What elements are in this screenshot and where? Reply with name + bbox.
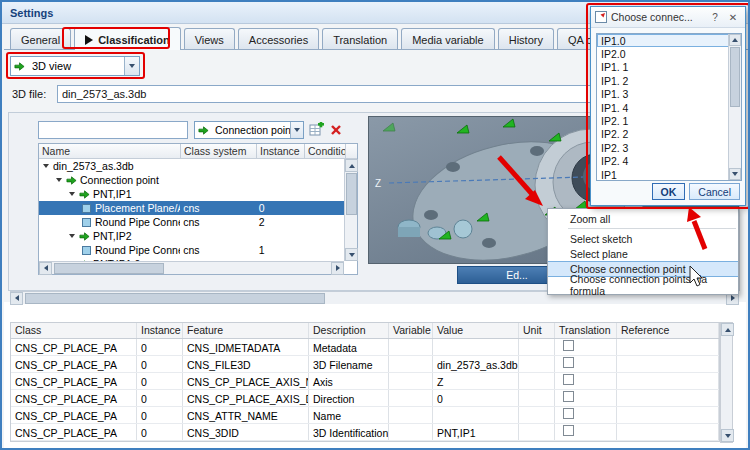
help-button[interactable]: ? xyxy=(707,10,723,25)
table-column-header[interactable]: Instance xyxy=(137,323,183,338)
attribute-table: ClassInstanceFeatureDescriptionVariableV… xyxy=(10,322,720,442)
tree-row[interactable]: Placement Plane/Axiscns0 xyxy=(39,201,344,215)
table-row[interactable]: CNS_CP_PLACE_PA0CNS_ATTR_NAMEName xyxy=(11,407,719,424)
filter-input[interactable] xyxy=(38,121,188,139)
scroll-up-button[interactable] xyxy=(721,323,734,336)
type-dropdown-button[interactable] xyxy=(290,122,303,138)
translation-checkbox[interactable] xyxy=(563,374,574,385)
cancel-button[interactable]: Cancel xyxy=(689,183,740,200)
scroll-left-button[interactable] xyxy=(10,292,23,305)
scroll-thumb[interactable] xyxy=(25,293,325,304)
menu-item-zoom-all[interactable]: Zoom all xyxy=(548,211,738,226)
tab-accessories[interactable]: Accessories xyxy=(238,28,319,49)
table-cell-value xyxy=(433,339,519,355)
caret-down-icon[interactable] xyxy=(69,234,75,238)
table-column-header[interactable]: Variable xyxy=(389,323,433,338)
table-row[interactable]: CNS_CP_PLACE_PA0CNS_3DID3D Identificatio… xyxy=(11,424,719,441)
table-column-header[interactable]: Translation xyxy=(555,323,617,338)
tree-row[interactable]: Round Pipe Connectorcns2 xyxy=(39,215,344,229)
tree-row-label: PNT,IP1 xyxy=(93,188,132,200)
tab-media-variable[interactable]: Media variable xyxy=(401,28,495,49)
menu-item-choose-connection-points-via-formula[interactable]: Choose connection points via formula xyxy=(548,277,738,292)
table-column-header[interactable]: Unit xyxy=(519,323,555,338)
tree-row[interactable]: PNT,IP1 xyxy=(39,187,344,201)
ok-button[interactable]: OK xyxy=(652,183,686,200)
scroll-down-button[interactable] xyxy=(729,168,741,180)
cancel-button-label: Cancel xyxy=(698,186,731,198)
table-column-header[interactable]: Reference xyxy=(617,323,719,338)
table-column-header[interactable]: Value xyxy=(433,323,519,338)
table-column-header[interactable]: Description xyxy=(309,323,389,338)
add-connection-point-button[interactable] xyxy=(308,121,326,139)
dialog-title: Choose connec... xyxy=(611,11,705,23)
arrow-left-icon xyxy=(15,295,19,301)
list-item[interactable]: IP2. 2 xyxy=(597,128,741,141)
caret-down-icon[interactable] xyxy=(69,192,75,196)
table-vertical-scrollbar[interactable] xyxy=(720,322,733,443)
tree-column-header[interactable]: Class system xyxy=(181,144,257,158)
tree-vertical-scrollbar[interactable] xyxy=(344,159,357,261)
caret-down-icon[interactable] xyxy=(56,178,62,182)
tree-column-header[interactable]: Name xyxy=(39,144,181,158)
list-item[interactable]: IP1 xyxy=(597,168,741,181)
menu-item-label: Select sketch xyxy=(570,233,632,245)
table-column-header[interactable]: Class xyxy=(11,323,137,338)
tree-horizontal-scrollbar[interactable] xyxy=(39,261,344,274)
settings-window: Settings GeneralClassificationViewsAcces… xyxy=(0,0,750,450)
tree-instance-cell: 2 xyxy=(256,216,304,228)
list-item[interactable]: IP2. 4 xyxy=(597,155,741,168)
table-row[interactable]: CNS_CP_PLACE_PA0CNS_CP_PLACE_AXIS_NAMEAx… xyxy=(11,373,719,390)
table-row[interactable]: CNS_CP_PLACE_PA0CNS_FILE3D3D Filenamedin… xyxy=(11,356,719,373)
list-item[interactable]: IP1. 1 xyxy=(597,61,741,74)
view-mode-dropdown-button[interactable] xyxy=(124,57,139,75)
list-item[interactable]: IP2. 3 xyxy=(597,141,741,154)
dialog-titlebar[interactable]: Choose connec... ? ✕ xyxy=(591,7,745,28)
caret-down-icon[interactable] xyxy=(43,164,49,168)
scroll-thumb[interactable] xyxy=(54,263,164,274)
arrow-right-icon xyxy=(336,265,340,271)
menu-item-select-sketch[interactable]: Select sketch xyxy=(548,231,738,246)
list-item[interactable]: IP2.0 xyxy=(597,47,741,60)
translation-checkbox[interactable] xyxy=(563,357,574,368)
close-button[interactable]: ✕ xyxy=(725,10,741,25)
translation-checkbox[interactable] xyxy=(563,408,574,419)
scroll-left-button[interactable] xyxy=(39,262,52,275)
scroll-right-button[interactable] xyxy=(331,262,344,275)
tab-translation[interactable]: Translation xyxy=(322,28,398,49)
translation-checkbox[interactable] xyxy=(563,340,574,351)
table-cell-translation xyxy=(555,424,617,440)
scroll-up-button[interactable] xyxy=(729,34,741,46)
tab-classification[interactable]: Classification xyxy=(74,27,181,50)
tree-column-header[interactable]: Condition xyxy=(305,144,346,158)
delete-button[interactable] xyxy=(327,121,345,139)
scroll-thumb[interactable] xyxy=(730,47,740,107)
tree-row[interactable]: Connection point xyxy=(39,173,344,187)
scroll-down-button[interactable] xyxy=(721,429,734,442)
menu-item-select-plane[interactable]: Select plane xyxy=(548,246,738,261)
table-cell-description: Name xyxy=(309,407,389,423)
scroll-up-button[interactable] xyxy=(345,159,358,172)
list-item[interactable]: IP2. 1 xyxy=(597,114,741,127)
tree-column-header[interactable]: Instance xyxy=(257,144,305,158)
list-item[interactable]: IP1. 4 xyxy=(597,101,741,114)
list-vertical-scrollbar[interactable] xyxy=(728,34,741,180)
tab-history[interactable]: History xyxy=(498,28,554,49)
tree-row[interactable]: din_2573_as.3db xyxy=(39,159,344,173)
view-mode-select[interactable]: 3D view xyxy=(10,56,140,76)
scroll-thumb[interactable] xyxy=(346,173,357,215)
tab-general[interactable]: General xyxy=(10,28,71,49)
scroll-down-button[interactable] xyxy=(345,248,358,261)
list-item[interactable]: IP1. 2 xyxy=(597,74,741,87)
list-item[interactable]: IP1.0 xyxy=(597,34,741,47)
table-row[interactable]: CNS_CP_PLACE_PA0CNS_CP_PLACE_AXIS_DIRDir… xyxy=(11,390,719,407)
attribute-table-body: CNS_CP_PLACE_PA0CNS_IDMETADATAMetadataCN… xyxy=(11,339,719,441)
table-column-header[interactable]: Feature xyxy=(183,323,309,338)
table-row[interactable]: CNS_CP_PLACE_PA0CNS_IDMETADATAMetadata xyxy=(11,339,719,356)
tab-views[interactable]: Views xyxy=(184,28,235,49)
translation-checkbox[interactable] xyxy=(563,391,574,402)
tree-row[interactable]: PNT,IP2 xyxy=(39,229,344,243)
list-item[interactable]: IP1. 3 xyxy=(597,88,741,101)
translation-checkbox[interactable] xyxy=(563,425,574,436)
tree-row[interactable]: Round Pipe Connectorcns1 xyxy=(39,243,344,257)
connection-point-type-button[interactable]: Connection point xyxy=(194,121,304,139)
